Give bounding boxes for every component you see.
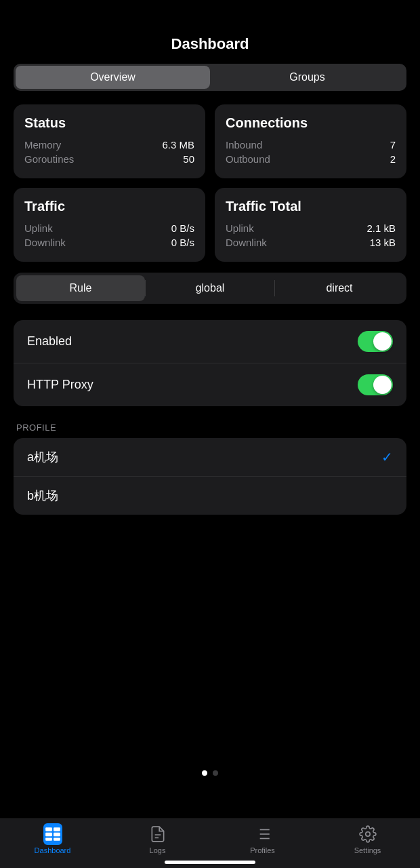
- tab-overview[interactable]: Overview: [16, 66, 210, 89]
- profile-item-a[interactable]: a机场 ✓: [14, 438, 406, 477]
- tab-profiles[interactable]: Profiles: [210, 825, 315, 854]
- tab-groups[interactable]: Groups: [210, 66, 404, 89]
- outbound-value: 2: [390, 153, 396, 165]
- svg-rect-1: [54, 827, 60, 831]
- svg-rect-2: [45, 833, 52, 836]
- tab-settings[interactable]: Settings: [315, 825, 420, 854]
- traffic-total-card-title: Traffic Total: [226, 199, 396, 214]
- total-downlink-label: Downlink: [226, 237, 267, 248]
- page-dot-2: [213, 770, 218, 776]
- tab-dashboard-label: Dashboard: [35, 846, 71, 854]
- mode-rule[interactable]: Rule: [16, 275, 145, 301]
- enabled-toggle-knob: [373, 332, 392, 351]
- uplink-value: 0 B/s: [171, 222, 194, 234]
- goroutines-value: 50: [183, 153, 194, 165]
- svg-rect-5: [54, 837, 60, 840]
- svg-rect-4: [45, 837, 52, 840]
- profile-checkmark-a: ✓: [381, 449, 393, 465]
- http-proxy-label: HTTP Proxy: [27, 378, 93, 392]
- profile-section-label: PROFILE: [14, 422, 406, 433]
- profile-item-b[interactable]: b机场: [14, 477, 406, 515]
- outbound-label: Outbound: [226, 153, 270, 165]
- svg-rect-0: [45, 827, 52, 831]
- profile-name-a: a机场: [27, 449, 58, 465]
- connections-card: Connections Inbound 7 Outbound 2: [215, 104, 406, 178]
- total-uplink-row: Uplink 2.1 kB: [226, 222, 396, 234]
- total-uplink-value: 2.1 kB: [366, 222, 396, 234]
- memory-value: 6.3 MB: [162, 139, 194, 151]
- settings-tab-icon: [358, 825, 377, 844]
- logs-tab-icon: [148, 825, 167, 844]
- outbound-row: Outbound 2: [226, 153, 396, 165]
- traffic-card-title: Traffic: [24, 199, 194, 214]
- svg-point-14: [365, 832, 370, 837]
- tab-logs[interactable]: Logs: [105, 825, 210, 854]
- downlink-row: Downlink 0 B/s: [24, 237, 194, 248]
- profiles-tab-icon: [253, 825, 272, 844]
- downlink-label: Downlink: [24, 237, 66, 248]
- stats-grid: Status Memory 6.3 MB Goroutines 50 Conne…: [14, 104, 406, 262]
- http-proxy-toggle-row[interactable]: HTTP Proxy: [14, 363, 406, 406]
- mode-selector: Rule global direct: [14, 273, 406, 304]
- enabled-toggle[interactable]: [358, 331, 393, 352]
- page-dot-1: [202, 770, 207, 776]
- enabled-toggle-row[interactable]: Enabled: [14, 320, 406, 363]
- profile-list: a机场 ✓ b机场: [14, 438, 406, 515]
- inbound-row: Inbound 7: [226, 139, 396, 151]
- header: Dashboard: [0, 0, 420, 64]
- page-dots: [202, 770, 218, 776]
- inbound-label: Inbound: [226, 139, 262, 151]
- status-card-title: Status: [24, 115, 194, 131]
- mode-global[interactable]: global: [146, 275, 274, 301]
- goroutines-row: Goroutines 50: [24, 153, 194, 165]
- downlink-value: 0 B/s: [171, 237, 194, 248]
- toggle-section: Enabled HTTP Proxy: [14, 320, 406, 406]
- profile-name-b: b机场: [27, 488, 58, 504]
- mode-direct[interactable]: direct: [275, 275, 404, 301]
- status-card: Status Memory 6.3 MB Goroutines 50: [14, 104, 205, 178]
- traffic-card: Traffic Uplink 0 B/s Downlink 0 B/s: [14, 188, 205, 262]
- memory-row: Memory 6.3 MB: [24, 139, 194, 151]
- total-downlink-value: 13 kB: [370, 237, 396, 248]
- tab-logs-label: Logs: [150, 846, 166, 854]
- page-title: Dashboard: [171, 35, 249, 52]
- home-indicator: [165, 861, 255, 864]
- total-downlink-row: Downlink 13 kB: [226, 237, 396, 248]
- segmented-control: Overview Groups: [14, 64, 406, 91]
- uplink-row: Uplink 0 B/s: [24, 222, 194, 234]
- svg-rect-3: [54, 833, 60, 836]
- profiles-icon: [254, 825, 272, 843]
- logs-icon: [149, 825, 167, 843]
- tab-dashboard[interactable]: Dashboard: [0, 825, 105, 854]
- profile-section: PROFILE a机场 ✓ b机场: [14, 422, 406, 515]
- dashboard-tab-icon: [43, 825, 62, 844]
- traffic-total-card: Traffic Total Uplink 2.1 kB Downlink 13 …: [215, 188, 406, 262]
- settings-icon: [359, 825, 377, 843]
- http-proxy-toggle-knob: [373, 376, 392, 394]
- enabled-label: Enabled: [27, 334, 72, 349]
- connections-card-title: Connections: [226, 115, 396, 131]
- total-uplink-label: Uplink: [226, 222, 254, 234]
- dashboard-icon: [44, 825, 62, 843]
- uplink-label: Uplink: [24, 222, 53, 234]
- memory-label: Memory: [24, 139, 61, 151]
- tab-profiles-label: Profiles: [250, 846, 275, 854]
- http-proxy-toggle[interactable]: [358, 374, 393, 395]
- inbound-value: 7: [390, 139, 396, 151]
- goroutines-label: Goroutines: [24, 153, 74, 165]
- tab-settings-label: Settings: [354, 846, 381, 854]
